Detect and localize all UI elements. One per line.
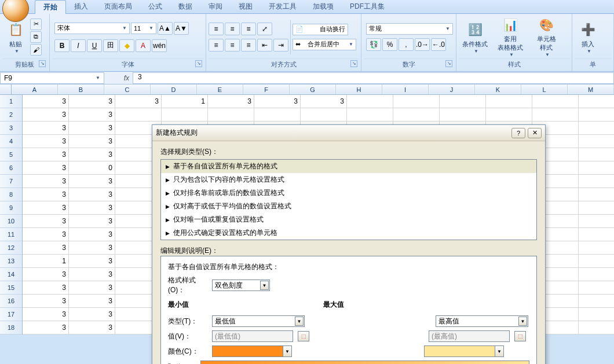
max-type-select[interactable]: 最高值▼ (436, 315, 528, 327)
formula-input[interactable]: 3 (133, 72, 614, 84)
cell[interactable]: 3 (254, 95, 301, 108)
cell[interactable] (579, 321, 614, 334)
conditional-format-button[interactable]: 🔢条件格式▼ (459, 16, 491, 58)
cell[interactable]: 3 (69, 228, 115, 241)
inc-indent-button[interactable]: ⇥ (273, 39, 288, 52)
bold-button[interactable]: B (54, 39, 70, 52)
tab-view[interactable]: 视图 (231, 0, 261, 13)
cell[interactable] (579, 255, 614, 268)
tab-review[interactable]: 审阅 (200, 0, 231, 13)
cell[interactable]: 3 (115, 95, 162, 108)
max-color-select[interactable]: ▼ (424, 345, 504, 357)
row-header[interactable]: 12 (0, 241, 22, 255)
cell[interactable] (579, 241, 614, 255)
cell[interactable]: 3 (69, 188, 115, 201)
fill-color-button[interactable]: ◆ (119, 39, 134, 52)
cell[interactable]: 3 (69, 201, 115, 215)
cell[interactable] (579, 281, 614, 295)
column-header[interactable]: A (12, 84, 58, 94)
column-header[interactable]: H (336, 84, 382, 94)
cell[interactable] (301, 108, 347, 122)
italic-button[interactable]: I (71, 39, 86, 52)
cell[interactable]: 3 (69, 122, 115, 135)
row-header[interactable]: 15 (0, 281, 22, 295)
cell[interactable]: 3 (69, 321, 115, 334)
align-center-button[interactable]: ≡ (225, 39, 240, 52)
cell[interactable]: 3 (69, 95, 115, 108)
cell[interactable]: 3 (69, 268, 115, 281)
row-header[interactable]: 16 (0, 295, 22, 308)
cell[interactable] (440, 108, 486, 122)
font-size-combo[interactable]: 11▼ (131, 23, 156, 34)
max-value-input[interactable]: (最高值) (429, 330, 510, 342)
cell[interactable]: 3 (69, 175, 115, 188)
insert-cells-button[interactable]: ➕插入▼ (575, 16, 601, 58)
cell[interactable]: 3 (69, 135, 115, 148)
cell[interactable]: 3 (23, 161, 69, 175)
cell[interactable]: 3 (23, 215, 69, 228)
clipboard-launcher[interactable]: ↘ (39, 60, 46, 67)
row-header[interactable]: 4 (0, 135, 22, 148)
cell[interactable]: 0 (69, 161, 115, 175)
cell[interactable] (393, 108, 440, 122)
copy-button[interactable]: ⧉ (30, 31, 42, 43)
cell[interactable] (579, 175, 614, 188)
cell[interactable]: 3 (23, 321, 69, 334)
column-header[interactable]: D (151, 84, 197, 94)
cut-button[interactable]: ✂ (30, 19, 42, 30)
align-left-button[interactable]: ≡ (209, 39, 224, 52)
cell[interactable]: 3 (208, 95, 254, 108)
row-header[interactable]: 17 (0, 308, 22, 321)
cell[interactable]: 1 (162, 95, 208, 108)
cell[interactable]: 3 (23, 308, 69, 321)
column-header[interactable]: L (521, 84, 568, 94)
tab-pdf[interactable]: PDF工具集 (342, 0, 393, 13)
cell[interactable] (579, 268, 614, 281)
wrap-text-button[interactable]: 📄自动换行 (293, 24, 348, 35)
cell[interactable] (532, 108, 579, 122)
number-launcher[interactable]: ↘ (445, 60, 452, 67)
rule-type-item[interactable]: ▶仅对唯一值或重复值设置格式 (161, 213, 536, 226)
inc-decimal-button[interactable]: .0→ (415, 38, 430, 51)
rule-type-item[interactable]: ▶使用公式确定要设置格式的单元格 (161, 226, 536, 240)
cell[interactable]: 1 (23, 255, 69, 268)
cell[interactable] (254, 108, 301, 122)
cell[interactable] (579, 215, 614, 228)
max-ref-button[interactable]: ⬚ (514, 331, 526, 341)
select-all-corner[interactable] (0, 84, 12, 94)
cell[interactable]: 3 (23, 135, 69, 148)
paste-button[interactable]: 📋 粘贴 ▼ (2, 16, 29, 58)
cell[interactable] (579, 201, 614, 215)
close-button[interactable]: ✕ (528, 128, 542, 138)
cell[interactable]: 3 (23, 95, 69, 108)
cell[interactable]: 3 (23, 295, 69, 308)
merge-center-button[interactable]: ⬌合并后居中▼ (293, 39, 356, 50)
cell[interactable]: 3 (69, 241, 115, 255)
min-value-input[interactable]: (最低值) (212, 330, 293, 342)
cell[interactable]: 3 (23, 122, 69, 135)
cell[interactable] (579, 295, 614, 308)
tab-dev[interactable]: 开发工具 (261, 0, 305, 13)
cell[interactable] (393, 95, 440, 108)
cell[interactable] (486, 95, 532, 108)
border-button[interactable]: 田 (103, 39, 118, 52)
column-header[interactable]: J (429, 84, 475, 94)
row-header[interactable]: 8 (0, 188, 22, 201)
row-header[interactable]: 1 (0, 95, 22, 108)
column-header[interactable]: G (290, 84, 336, 94)
align-bottom-button[interactable]: ≡ (241, 23, 256, 35)
cell[interactable] (532, 95, 579, 108)
row-header[interactable]: 11 (0, 228, 22, 241)
column-header[interactable]: K (475, 84, 521, 94)
grow-font-button[interactable]: A▲ (158, 22, 173, 35)
cell[interactable] (162, 108, 208, 122)
number-format-combo[interactable]: 常规▼ (366, 23, 453, 35)
name-box[interactable]: F9▼ (0, 72, 104, 84)
cell[interactable]: 3 (23, 268, 69, 281)
cell[interactable] (579, 228, 614, 241)
cell[interactable]: 3 (23, 201, 69, 215)
column-header[interactable]: M (568, 84, 614, 94)
format-painter-button[interactable]: 🖌 (30, 44, 42, 56)
tab-layout[interactable]: 页面布局 (96, 0, 140, 13)
comma-button[interactable]: , (399, 38, 414, 51)
